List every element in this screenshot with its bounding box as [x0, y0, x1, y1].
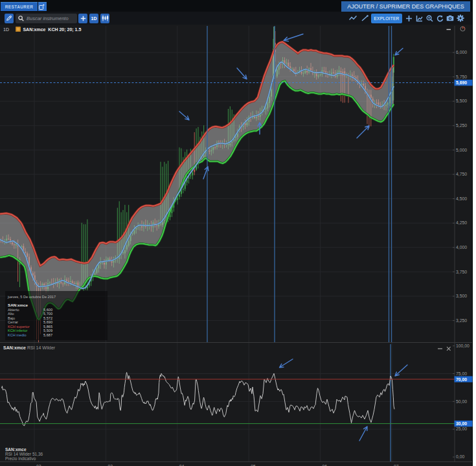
svg-text:KCH medio: KCH medio — [8, 333, 27, 337]
svg-text:5,000: 5,000 — [456, 148, 467, 152]
svg-text:02: 02 — [36, 464, 41, 466]
svg-text:75,00: 75,00 — [456, 371, 467, 376]
svg-text:5,690: 5,690 — [43, 320, 52, 324]
svg-text:Abierto: Abierto — [8, 308, 19, 312]
svg-text:Alto: Alto — [8, 312, 14, 316]
svg-text:5,500: 5,500 — [456, 99, 467, 103]
svg-text:5,250: 5,250 — [456, 123, 467, 128]
svg-text:KCH superior: KCH superior — [8, 325, 30, 329]
svg-text:25,00: 25,00 — [456, 426, 467, 431]
svg-text:04: 04 — [179, 464, 185, 466]
svg-text:3,500: 3,500 — [456, 294, 467, 298]
svg-text:03: 03 — [108, 464, 113, 466]
svg-text:4,500: 4,500 — [456, 196, 467, 201]
svg-text:06: 06 — [323, 464, 328, 466]
svg-text:70,00: 70,00 — [456, 377, 467, 382]
svg-text:jueves, 5 De octubre De 2017: jueves, 5 De octubre De 2017 — [7, 295, 56, 299]
svg-text:07: 07 — [394, 464, 399, 466]
svg-text:5,690: 5,690 — [456, 80, 467, 86]
svg-text:3,750: 3,750 — [456, 270, 467, 274]
svg-text:3,250: 3,250 — [456, 318, 467, 323]
svg-text:5,509: 5,509 — [43, 329, 52, 332]
svg-text:5,687: 5,687 — [43, 333, 52, 337]
svg-text:100,00: 100,00 — [456, 344, 470, 348]
svg-text:KCH inferior: KCH inferior — [8, 329, 28, 332]
svg-text:5,572: 5,572 — [43, 316, 52, 320]
svg-text:0,00: 0,00 — [456, 454, 464, 459]
svg-text:5,750: 5,750 — [456, 75, 467, 79]
svg-text:5,865: 5,865 — [43, 325, 52, 329]
svg-text:SAN:xmce: SAN:xmce — [8, 303, 28, 307]
svg-text:4,250: 4,250 — [456, 220, 467, 225]
svg-text:4,000: 4,000 — [456, 245, 467, 250]
svg-text:5,600: 5,600 — [43, 308, 52, 312]
svg-text:4,750: 4,750 — [456, 172, 467, 176]
svg-text:5,700: 5,700 — [43, 312, 52, 316]
svg-text:Cerrar: Cerrar — [8, 320, 18, 324]
svg-text:Bajo: Bajo — [8, 316, 15, 320]
svg-text:30,00: 30,00 — [456, 421, 467, 426]
svg-text:6,000: 6,000 — [456, 50, 467, 54]
svg-text:05: 05 — [251, 464, 256, 466]
svg-text:50,00: 50,00 — [456, 399, 467, 404]
